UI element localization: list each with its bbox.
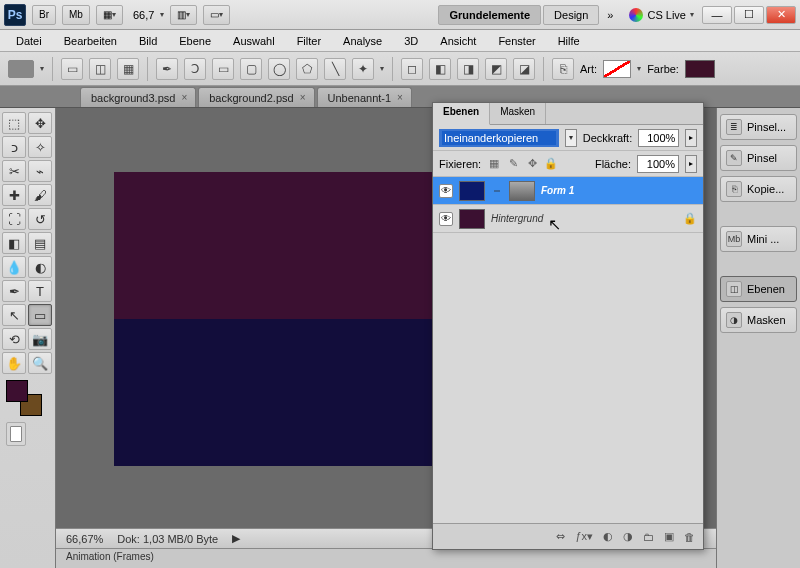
menu-bild[interactable]: Bild (129, 33, 167, 49)
freeform-pen-icon[interactable]: Ɔ (184, 58, 206, 80)
maximize-button[interactable]: ☐ (734, 6, 764, 24)
stamp-tool[interactable]: ⛶ (2, 208, 26, 230)
quick-mask-toggle[interactable] (6, 422, 26, 446)
zoom-tool[interactable]: 🔍 (28, 352, 52, 374)
arrange-docs-dropdown[interactable]: ▥ ▾ (170, 5, 197, 25)
foreground-color[interactable] (6, 380, 28, 402)
workspace-more[interactable]: » (601, 6, 619, 24)
fill-pixels-icon[interactable]: ▦ (117, 58, 139, 80)
tab-ebenen[interactable]: Ebenen (433, 103, 490, 125)
opacity-input[interactable]: 100% (638, 129, 679, 147)
visibility-toggle-icon[interactable]: 👁 (439, 212, 453, 226)
layer-mask-icon[interactable]: ◐ (603, 530, 613, 543)
lock-transparency-icon[interactable]: ▦ (487, 157, 501, 171)
history-brush-tool[interactable]: ↺ (28, 208, 52, 230)
minimize-button[interactable]: — (702, 6, 732, 24)
rect-icon[interactable]: ▭ (212, 58, 234, 80)
blur-tool[interactable]: 💧 (2, 256, 26, 278)
status-docinfo[interactable]: Dok: 1,03 MB/0 Byte (117, 533, 218, 545)
layer-hintergrund[interactable]: 👁 Hintergrund 🔒 (433, 205, 703, 233)
screen-mode-dropdown[interactable]: ▭ ▾ (203, 5, 230, 25)
crop-tool[interactable]: ✂ (2, 160, 26, 182)
blend-mode-dropdown-icon[interactable]: ▾ (565, 129, 577, 147)
new-layer-icon[interactable]: ▣ (664, 530, 674, 543)
visibility-toggle-icon[interactable]: 👁 (439, 184, 453, 198)
minibridge-button[interactable]: Mb (62, 5, 90, 25)
status-arrow-icon[interactable]: ▶ (232, 532, 240, 545)
dock-ebenen[interactable]: ◫Ebenen (720, 276, 797, 302)
dodge-tool[interactable]: ◐ (28, 256, 52, 278)
dock-pinsel[interactable]: ✎Pinsel (720, 145, 797, 171)
fill-color-swatch[interactable] (685, 60, 715, 78)
workspace-grundelemente[interactable]: Grundelemente (438, 5, 541, 25)
status-zoom[interactable]: 66,67% (66, 533, 103, 545)
ellipse-icon[interactable]: ◯ (268, 58, 290, 80)
3d-tool[interactable]: ⟲ (2, 328, 26, 350)
menu-ebene[interactable]: Ebene (169, 33, 221, 49)
dock-kopie[interactable]: ⎘Kopie... (720, 176, 797, 202)
lock-pixels-icon[interactable]: ✎ (506, 157, 520, 171)
vector-mask-link-icon[interactable]: ⎼ (491, 185, 503, 196)
lock-position-icon[interactable]: ✥ (525, 157, 539, 171)
doc-tab-1[interactable]: background2.psd× (198, 87, 314, 107)
layer-thumbnail[interactable] (459, 181, 485, 201)
brush-tool[interactable]: 🖌 (28, 184, 52, 206)
shape-tool[interactable]: ▭ (28, 304, 52, 326)
combine-subtract-icon[interactable]: ◨ (457, 58, 479, 80)
combine-intersect-icon[interactable]: ◩ (485, 58, 507, 80)
custom-shape-icon[interactable]: ✦ (352, 58, 374, 80)
tool-preset-picker[interactable] (8, 60, 34, 78)
menu-analyse[interactable]: Analyse (333, 33, 392, 49)
style-picker[interactable] (603, 60, 631, 78)
workspace-design[interactable]: Design (543, 5, 599, 25)
layer-name[interactable]: Hintergrund (491, 213, 543, 224)
dock-pinsel-presets[interactable]: ≣Pinsel... (720, 114, 797, 140)
combine-add-icon[interactable]: ◧ (429, 58, 451, 80)
path-select-tool[interactable]: ↖ (2, 304, 26, 326)
menu-filter[interactable]: Filter (287, 33, 331, 49)
tab-masken[interactable]: Masken (490, 103, 546, 124)
vector-mask-thumbnail[interactable] (509, 181, 535, 201)
pen-tool[interactable]: ✒ (2, 280, 26, 302)
animation-panel-tab[interactable]: Animation (Frames) (56, 548, 716, 568)
menu-auswahl[interactable]: Auswahl (223, 33, 285, 49)
doc-tab-2[interactable]: Unbenannt-1× (317, 87, 412, 107)
combine-exclude-icon[interactable]: ◪ (513, 58, 535, 80)
menu-bearbeiten[interactable]: Bearbeiten (54, 33, 127, 49)
layer-thumbnail[interactable] (459, 209, 485, 229)
eyedropper-tool[interactable]: ⌁ (28, 160, 52, 182)
line-icon[interactable]: ╲ (324, 58, 346, 80)
lasso-tool[interactable]: ɔ (2, 136, 26, 158)
opacity-slider-icon[interactable]: ▸ (685, 129, 697, 147)
blend-mode-select[interactable]: Ineinanderkopieren (439, 129, 559, 147)
marquee-tool[interactable]: ✥ (28, 112, 52, 134)
roundrect-icon[interactable]: ▢ (240, 58, 262, 80)
delete-layer-icon[interactable]: 🗑 (684, 531, 695, 543)
bridge-button[interactable]: Br (32, 5, 56, 25)
zoom-dropdown[interactable]: 66,7▾ (129, 9, 164, 21)
ps-logo[interactable]: Ps (4, 4, 26, 26)
pen-icon[interactable]: ✒ (156, 58, 178, 80)
hand-tool[interactable]: ✋ (2, 352, 26, 374)
paths-icon[interactable]: ◫ (89, 58, 111, 80)
polygon-icon[interactable]: ⬠ (296, 58, 318, 80)
move-tool[interactable]: ⬚ (2, 112, 26, 134)
align-edges-icon[interactable]: ⎘ (552, 58, 574, 80)
shape-layers-icon[interactable]: ▭ (61, 58, 83, 80)
fg-bg-colors[interactable] (6, 380, 42, 416)
adjustment-layer-icon[interactable]: ◑ (623, 530, 633, 543)
fill-slider-icon[interactable]: ▸ (685, 155, 697, 173)
doc-tab-0[interactable]: background3.psd× (80, 87, 196, 107)
layer-name[interactable]: Form 1 (541, 185, 574, 196)
wand-tool[interactable]: ✧ (28, 136, 52, 158)
link-layers-icon[interactable]: ⇔ (556, 530, 565, 543)
document-canvas[interactable] (114, 172, 442, 466)
close-icon[interactable]: × (300, 92, 306, 103)
dock-masken[interactable]: ◑Masken (720, 307, 797, 333)
layer-fx-icon[interactable]: ƒx▾ (575, 530, 593, 543)
lock-all-icon[interactable]: 🔒 (544, 157, 558, 171)
close-icon[interactable]: × (181, 92, 187, 103)
menu-fenster[interactable]: Fenster (488, 33, 545, 49)
fill-input[interactable]: 100% (637, 155, 679, 173)
healing-tool[interactable]: ✚ (2, 184, 26, 206)
